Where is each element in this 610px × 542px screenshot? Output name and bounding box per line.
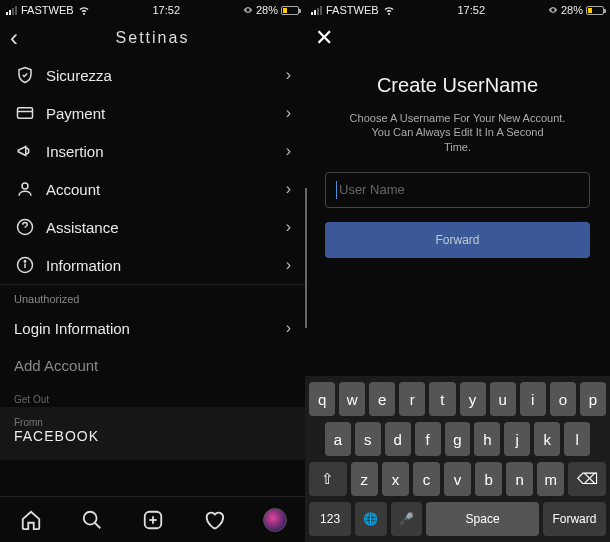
wifi-icon — [383, 4, 395, 16]
get-out-link[interactable]: Get Out — [0, 384, 305, 407]
nav-add[interactable] — [141, 508, 165, 532]
key-g[interactable]: g — [445, 422, 471, 456]
wifi-icon — [78, 4, 90, 16]
key-l[interactable]: l — [564, 422, 590, 456]
svg-point-2 — [22, 183, 28, 189]
keyboard-row-3: ⇧ z x c v b n m ⌫ — [309, 462, 606, 496]
key-shift[interactable]: ⇧ — [309, 462, 347, 496]
visibility-icon — [243, 5, 253, 15]
key-123[interactable]: 123 — [309, 502, 351, 536]
close-button[interactable]: ✕ — [315, 25, 333, 51]
key-forward[interactable]: Forward — [543, 502, 606, 536]
settings-screen: FASTWEB 17:52 28% ‹ Settinas Sicurezza ›… — [0, 0, 305, 542]
key-e[interactable]: e — [369, 382, 395, 416]
nav-search[interactable] — [80, 508, 104, 532]
user-icon — [14, 180, 36, 198]
status-time: 17:52 — [153, 4, 181, 16]
settings-item-label: Add Account — [14, 357, 291, 374]
key-p[interactable]: p — [580, 382, 606, 416]
create-username-screen: FASTWEB 17:52 28% ✕ Create UserName Choo… — [305, 0, 610, 542]
key-w[interactable]: w — [339, 382, 365, 416]
signal-icon — [6, 6, 17, 15]
key-f[interactable]: f — [415, 422, 441, 456]
carrier-label: FASTWEB — [21, 4, 74, 16]
key-z[interactable]: z — [351, 462, 378, 496]
text-cursor — [336, 181, 337, 199]
key-mic[interactable]: 🎤 — [391, 502, 423, 536]
forward-button-label: Forward — [435, 233, 479, 247]
create-subtitle-1: Choose A Username For Your New Account. — [319, 111, 596, 125]
battery-icon — [586, 6, 604, 15]
chevron-right-icon: › — [286, 104, 291, 122]
settings-item-account[interactable]: Account › — [0, 170, 305, 208]
key-q[interactable]: q — [309, 382, 335, 416]
add-account-button[interactable]: Add Account — [0, 347, 305, 384]
chevron-right-icon: › — [286, 180, 291, 198]
key-h[interactable]: h — [474, 422, 500, 456]
create-subtitle-3: Time. — [319, 140, 596, 154]
settings-item-label: Login Information — [14, 320, 286, 337]
key-u[interactable]: u — [490, 382, 516, 416]
key-m[interactable]: m — [537, 462, 564, 496]
info-icon — [14, 256, 36, 274]
key-space[interactable]: Space — [426, 502, 538, 536]
create-subtitle-2: You Can Always Edit It In A Second — [319, 125, 596, 139]
settings-item-label: Insertion — [46, 143, 286, 160]
key-v[interactable]: v — [444, 462, 471, 496]
settings-item-payment[interactable]: Payment › — [0, 94, 305, 132]
settings-item-label: Sicurezza — [46, 67, 286, 84]
key-s[interactable]: s — [355, 422, 381, 456]
key-c[interactable]: c — [413, 462, 440, 496]
nav-activity[interactable] — [202, 508, 226, 532]
keyboard-row-4: 123 🌐 🎤 Space Forward — [309, 502, 606, 536]
settings-header: ‹ Settinas — [0, 20, 305, 56]
battery-icon — [281, 6, 299, 15]
settings-item-security[interactable]: Sicurezza › — [0, 56, 305, 94]
status-time: 17:52 — [458, 4, 486, 16]
key-n[interactable]: n — [506, 462, 533, 496]
key-globe[interactable]: 🌐 — [355, 502, 387, 536]
settings-item-label: Payment — [46, 105, 286, 122]
megaphone-icon — [14, 142, 36, 160]
key-r[interactable]: r — [399, 382, 425, 416]
bottom-nav — [0, 496, 305, 542]
chevron-right-icon: › — [286, 218, 291, 236]
scroll-indicator — [305, 188, 307, 328]
key-o[interactable]: o — [550, 382, 576, 416]
settings-item-label: Account — [46, 181, 286, 198]
key-d[interactable]: d — [385, 422, 411, 456]
key-j[interactable]: j — [504, 422, 530, 456]
nav-profile[interactable] — [263, 508, 287, 532]
settings-item-information[interactable]: Information › — [0, 246, 305, 284]
username-input[interactable]: User Name — [325, 172, 590, 208]
status-bar: FASTWEB 17:52 28% — [0, 0, 305, 20]
forward-button[interactable]: Forward — [325, 222, 590, 258]
key-i[interactable]: i — [520, 382, 546, 416]
settings-item-login-info[interactable]: Login Information › — [0, 309, 305, 347]
username-placeholder: User Name — [339, 182, 405, 197]
keyboard-row-2: a s d f g h j k l — [309, 422, 606, 456]
settings-item-insertion[interactable]: Insertion › — [0, 132, 305, 170]
avatar — [263, 508, 287, 532]
chevron-right-icon: › — [286, 66, 291, 84]
key-b[interactable]: b — [475, 462, 502, 496]
help-icon — [14, 218, 36, 236]
key-t[interactable]: t — [429, 382, 455, 416]
svg-rect-0 — [18, 108, 33, 119]
battery-percent: 28% — [256, 4, 278, 16]
nav-home[interactable] — [19, 508, 43, 532]
key-a[interactable]: a — [325, 422, 351, 456]
chevron-right-icon: › — [286, 319, 291, 337]
key-y[interactable]: y — [460, 382, 486, 416]
from-label: Fromn — [14, 417, 291, 428]
back-button[interactable]: ‹ — [10, 24, 18, 52]
key-backspace[interactable]: ⌫ — [568, 462, 606, 496]
svg-point-6 — [24, 261, 26, 263]
page-title: Settinas — [116, 29, 190, 47]
keyboard-row-1: q w e r t y u i o p — [309, 382, 606, 416]
key-x[interactable]: x — [382, 462, 409, 496]
facebook-footer: Fromn FACEBOOK — [0, 407, 305, 460]
carrier-label: FASTWEB — [326, 4, 379, 16]
settings-item-assistance[interactable]: Assistance › — [0, 208, 305, 246]
key-k[interactable]: k — [534, 422, 560, 456]
